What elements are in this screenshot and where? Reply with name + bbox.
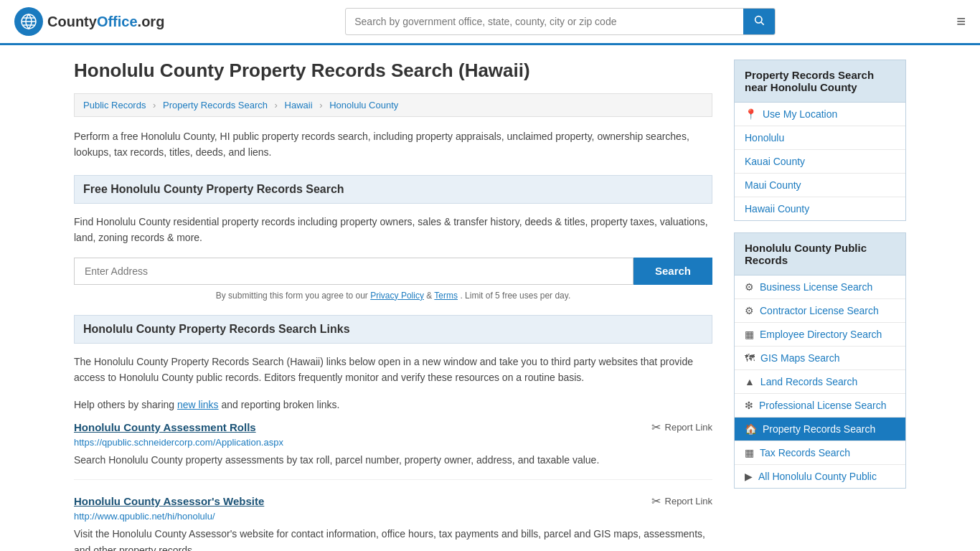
svg-point-4	[755, 17, 762, 23]
sidebar-link-0[interactable]: Business License Search	[760, 281, 872, 293]
logo-text: CountyOffice.org	[47, 14, 164, 30]
sidebar-icon-4: ▲	[745, 376, 755, 387]
free-search-description: Find Honolulu County residential propert…	[74, 214, 712, 246]
public-records-section-title: Honolulu County Public Records	[734, 232, 906, 276]
privacy-policy-link[interactable]: Privacy Policy	[370, 291, 424, 301]
address-search-form: Search	[74, 258, 712, 285]
sidebar-item-business-license-search[interactable]: ⚙ Business License Search	[735, 276, 905, 299]
global-search-input[interactable]	[346, 10, 743, 33]
free-search-section-header: Free Honolulu County Property Records Se…	[74, 175, 712, 204]
nearby-maui-county[interactable]: Maui County	[735, 174, 905, 197]
nearby-kauai-county[interactable]: Kauai County	[735, 150, 905, 174]
use-my-location-link[interactable]: Use My Location	[763, 108, 837, 120]
new-links-link[interactable]: new links	[177, 399, 219, 410]
sidebar-item-land-records-search[interactable]: ▲ Land Records Search	[735, 370, 905, 394]
nearby-list: 📍 Use My Location Honolulu Kauai County …	[734, 103, 906, 221]
breadcrumb-property-records-search[interactable]: Property Records Search	[163, 100, 268, 110]
sidebar-link-2[interactable]: Employee Directory Search	[760, 329, 882, 340]
link-items-container: Honolulu County Assessment Rolls ✂ Repor…	[74, 420, 712, 551]
breadcrumb-hawaii[interactable]: Hawaii	[285, 100, 313, 110]
sidebar-item-property-records-search[interactable]: 🏠 Property Records Search	[735, 418, 905, 441]
scissors-icon-0: ✂	[651, 420, 661, 434]
sidebar-item-employee-directory-search[interactable]: ▦ Employee Directory Search	[735, 323, 905, 347]
honolulu-link[interactable]: Honolulu	[745, 132, 784, 143]
link-url-0: https://qpublic.schneidercorp.com/Applic…	[74, 437, 712, 448]
breadcrumb-sep-2: ›	[275, 100, 278, 110]
links-section: Honolulu County Property Records Search …	[74, 315, 712, 551]
sidebar-item-contractor-license-search[interactable]: ⚙ Contractor License Search	[735, 299, 905, 323]
sidebar-link-8[interactable]: All Honolulu County Public	[758, 471, 877, 482]
logo-area: CountyOffice.org	[14, 7, 164, 36]
link-item-header-0: Honolulu County Assessment Rolls ✂ Repor…	[74, 420, 712, 434]
page-description: Perform a free Honolulu County, HI publi…	[74, 128, 712, 161]
link-item-header-1: Honolulu County Assessor's Website ✂ Rep…	[74, 494, 712, 508]
sidebar-icon-2: ▦	[745, 329, 754, 340]
breadcrumb: Public Records › Property Records Search…	[74, 93, 712, 117]
sidebar-link-7[interactable]: Tax Records Search	[760, 447, 850, 458]
sidebar-link-6[interactable]: Property Records Search	[763, 423, 875, 435]
sidebar-link-4[interactable]: Land Records Search	[760, 376, 857, 387]
form-disclaimer: By submitting this form you agree to our…	[74, 291, 712, 301]
nearby-honolulu[interactable]: Honolulu	[735, 126, 905, 150]
link-title-0: Honolulu County Assessment Rolls	[74, 421, 256, 433]
links-section-description: The Honolulu County Property Records Sea…	[74, 354, 712, 386]
address-search-button[interactable]: Search	[633, 258, 712, 285]
terms-link[interactable]: Terms	[434, 291, 458, 301]
hawaii-county-link[interactable]: Hawaii County	[745, 203, 809, 215]
sidebar-icon-8: ▶	[745, 471, 753, 482]
link-url-1: http://www.qpublic.net/hi/honolulu/	[74, 511, 712, 522]
nearby-section-title: Property Records Search near Honolulu Co…	[734, 60, 906, 103]
sidebar-item-tax-records-search[interactable]: ▦ Tax Records Search	[735, 441, 905, 465]
sidebar-icon-6: 🏠	[745, 423, 757, 435]
sidebar-link-1[interactable]: Contractor License Search	[760, 305, 879, 316]
sidebar-icon-7: ▦	[745, 447, 754, 458]
content-area: Honolulu County Property Records Search …	[74, 60, 712, 551]
links-section-header: Honolulu County Property Records Search …	[74, 315, 712, 344]
kauai-county-link[interactable]: Kauai County	[745, 156, 805, 167]
sidebar-icon-5: ❇	[745, 400, 753, 411]
sidebar-item-all-honolulu-county-public[interactable]: ▶ All Honolulu County Public	[735, 465, 905, 488]
help-text: Help others by sharing new links and rep…	[74, 397, 712, 413]
maui-county-link[interactable]: Maui County	[745, 179, 801, 191]
link-title-anchor-0[interactable]: Honolulu County Assessment Rolls	[74, 421, 256, 433]
address-input[interactable]	[74, 258, 633, 285]
sidebar-item-professional-license-search[interactable]: ❇ Professional License Search	[735, 394, 905, 418]
sidebar-icon-1: ⚙	[745, 305, 754, 316]
public-records-list: ⚙ Business License Search ⚙ Contractor L…	[734, 276, 906, 489]
menu-icon[interactable]: ≡	[956, 12, 966, 31]
breadcrumb-honolulu-county[interactable]: Honolulu County	[329, 100, 398, 110]
link-title-1: Honolulu County Assessor's Website	[74, 495, 264, 507]
use-my-location-item[interactable]: 📍 Use My Location	[735, 103, 905, 126]
header: CountyOffice.org ≡	[0, 0, 980, 45]
link-description-1: Visit the Honolulu County Assessor's web…	[74, 526, 712, 551]
scissors-icon-1: ✂	[651, 494, 661, 508]
sidebar: Property Records Search near Honolulu Co…	[734, 60, 906, 551]
sidebar-link-5[interactable]: Professional License Search	[759, 400, 886, 411]
sidebar-icon-0: ⚙	[745, 281, 754, 293]
breadcrumb-public-records[interactable]: Public Records	[83, 100, 146, 110]
svg-line-5	[761, 22, 764, 25]
breadcrumb-sep-1: ›	[153, 100, 156, 110]
link-item-0: Honolulu County Assessment Rolls ✂ Repor…	[74, 420, 712, 480]
link-item-1: Honolulu County Assessor's Website ✂ Rep…	[74, 494, 712, 551]
main-layout: Honolulu County Property Records Search …	[60, 45, 920, 551]
link-description-0: Search Honolulu County property assessme…	[74, 452, 712, 468]
global-search-bar	[345, 8, 776, 35]
page-title: Honolulu County Property Records Search …	[74, 60, 712, 82]
breadcrumb-sep-3: ›	[319, 100, 322, 110]
logo-icon	[14, 7, 43, 36]
report-link-button-0[interactable]: ✂ Report Link	[651, 420, 712, 434]
global-search-button[interactable]	[743, 9, 775, 34]
location-pin-icon: 📍	[745, 108, 757, 120]
nearby-hawaii-county[interactable]: Hawaii County	[735, 197, 905, 220]
sidebar-item-gis-maps-search[interactable]: 🗺 GIS Maps Search	[735, 347, 905, 370]
link-title-anchor-1[interactable]: Honolulu County Assessor's Website	[74, 495, 264, 507]
sidebar-icon-3: 🗺	[745, 352, 755, 364]
report-link-button-1[interactable]: ✂ Report Link	[651, 494, 712, 508]
sidebar-link-3[interactable]: GIS Maps Search	[760, 352, 840, 364]
